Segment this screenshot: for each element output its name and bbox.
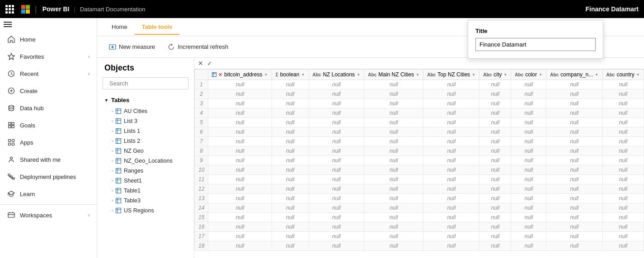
objects-panel: Objects ▼ Tables › AU Cities [97, 58, 194, 258]
cell-null: null [546, 232, 602, 241]
cell-null: null [602, 146, 644, 156]
dropdown-chevron-city[interactable]: ▼ [503, 73, 507, 77]
cell-null: null [546, 184, 602, 194]
confirm-icon[interactable]: ✓ [207, 60, 212, 67]
sidebar-item-apps[interactable]: Apps [0, 134, 97, 151]
tree-chevron-list3: › [112, 119, 113, 123]
cell-null: null [479, 118, 511, 127]
table-col-icon [212, 72, 216, 77]
table-item-nzgeolocations[interactable]: › NZ_Geo_Locations [101, 156, 190, 166]
topbar-sep: | [74, 6, 75, 13]
cell-null: null [208, 194, 272, 203]
pipeline-icon [7, 173, 15, 181]
row-number: 1 [195, 80, 208, 89]
svg-rect-25 [116, 169, 121, 174]
col-header-city[interactable]: Abc city ▼ [479, 70, 511, 80]
dropdown-chevron-mainnz[interactable]: ▼ [416, 73, 419, 77]
tab-table-tools[interactable]: Table tools [135, 20, 180, 35]
sidebar-item-home[interactable]: Home [0, 31, 97, 48]
svg-rect-13 [8, 174, 10, 176]
cell-null: null [479, 99, 511, 108]
dropdown-chevron-country[interactable]: ▼ [636, 73, 640, 77]
table-icon-table3 [116, 198, 121, 203]
tab-home[interactable]: Home [104, 20, 135, 35]
table-item-sheet1[interactable]: › Sheet1 [101, 176, 190, 186]
cell-null: null [272, 108, 309, 118]
sidebar-item-pipelines[interactable]: Deployment pipelines [0, 168, 97, 185]
dropdown-chevron-company[interactable]: ▼ [595, 73, 598, 77]
shared-icon [7, 155, 15, 164]
cell-null: null [511, 127, 546, 137]
svg-rect-22 [116, 139, 121, 144]
row-number: 8 [195, 146, 208, 156]
cell-null: null [479, 165, 511, 175]
dropdown-chevron-nzlocations[interactable]: ▼ [357, 73, 360, 77]
cell-null: null [511, 241, 546, 251]
sidebar-item-recent[interactable]: Recent › [0, 65, 97, 82]
tree-chevron-lists1: › [112, 129, 113, 133]
waffle-icon[interactable] [5, 5, 14, 14]
table-item-lists2[interactable]: › Lists 2 [101, 136, 190, 146]
col-header-mainnzcities[interactable]: Abc Main NZ Cities ▼ [364, 70, 423, 80]
tree-chevron-au: › [112, 109, 113, 113]
col-header-nzlocations[interactable]: Abc NZ Locations ▼ [309, 70, 364, 80]
table-item-lists1[interactable]: › Lists 1 [101, 126, 190, 136]
title-popup: Title [468, 20, 603, 59]
sidebar-item-datahub[interactable]: Data hub [0, 99, 97, 117]
table-item-table3[interactable]: › Table3 [101, 196, 190, 206]
search-box[interactable] [103, 77, 188, 89]
dropdown-chevron-topnz[interactable]: ▼ [472, 73, 475, 77]
cell-null: null [423, 175, 479, 184]
col-name-color: color [525, 71, 537, 78]
cancel-icon[interactable]: ✕ [198, 60, 203, 67]
sidebar-item-shared[interactable]: Shared with me [0, 151, 97, 168]
cell-null: null [364, 203, 423, 213]
incremental-refresh-button[interactable]: Incremental refresh [163, 41, 233, 53]
col-header-topnzcities[interactable]: Abc Top NZ Cities ▼ [423, 70, 479, 80]
goals-icon [7, 121, 15, 129]
title-popup-input[interactable] [475, 38, 596, 51]
table-item-ranges[interactable]: › Ranges [101, 166, 190, 176]
table-item-table1[interactable]: › Table1 [101, 186, 190, 196]
sidebar-item-goals[interactable]: Goals [0, 117, 97, 134]
sidebar-toggle[interactable] [0, 18, 97, 31]
cell-null: null [511, 222, 546, 232]
cell-null: null [602, 222, 644, 232]
sidebar-item-learn[interactable]: Learn [0, 185, 97, 202]
table-item-nzgeo[interactable]: › NZ Geo [101, 146, 190, 156]
table-label-usregions: US Regions [124, 207, 154, 214]
sidebar-nav: Home Favorites › Recent › Cr [0, 31, 97, 224]
cell-null: null [364, 108, 423, 118]
table-icon-au [116, 108, 121, 114]
table-item-list3[interactable]: › List 3 [101, 116, 190, 126]
dropdown-chevron-boolean[interactable]: ▼ [301, 73, 305, 77]
cell-null: null [364, 213, 423, 222]
col-header-country[interactable]: Abc country ▼ [602, 70, 644, 80]
table-item-usregions[interactable]: › US Regions [101, 206, 190, 216]
new-measure-button[interactable]: New measure [104, 41, 160, 53]
cell-null: null [364, 175, 423, 184]
dropdown-chevron-color[interactable]: ▼ [539, 73, 542, 77]
table-item-au-cities[interactable]: › AU Cities [101, 106, 190, 116]
search-input[interactable] [109, 80, 185, 87]
sidebar-item-workspaces[interactable]: Workspaces › [0, 206, 97, 224]
svg-point-3 [9, 105, 14, 107]
home-icon [7, 35, 15, 43]
row-number: 11 [195, 175, 208, 184]
col-name-country: country [616, 71, 634, 78]
col-header-bitcoin[interactable]: ✕ bitcoin_address ▼ [208, 70, 272, 80]
col-header-company[interactable]: Abc company_n... ▼ [546, 70, 602, 80]
cell-null: null [208, 99, 272, 108]
cell-null: null [272, 118, 309, 127]
dropdown-chevron-bitcoin[interactable]: ▼ [264, 73, 268, 77]
cell-null: null [364, 80, 423, 89]
data-grid-area[interactable]: ✕ ✓ ✕ bitcoin_address ▼ [194, 58, 644, 258]
cell-null: null [208, 175, 272, 184]
cell-null: null [309, 241, 364, 251]
sidebar-item-favorites[interactable]: Favorites › [0, 48, 97, 65]
col-header-color[interactable]: Abc color ▼ [511, 70, 546, 80]
sidebar-label-workspaces: Workspaces [20, 212, 84, 219]
sidebar-item-create[interactable]: Create [0, 82, 97, 99]
col-header-boolean[interactable]: Σ boolean ▼ [272, 70, 309, 80]
chevron-right-icon-workspaces: › [88, 213, 89, 218]
